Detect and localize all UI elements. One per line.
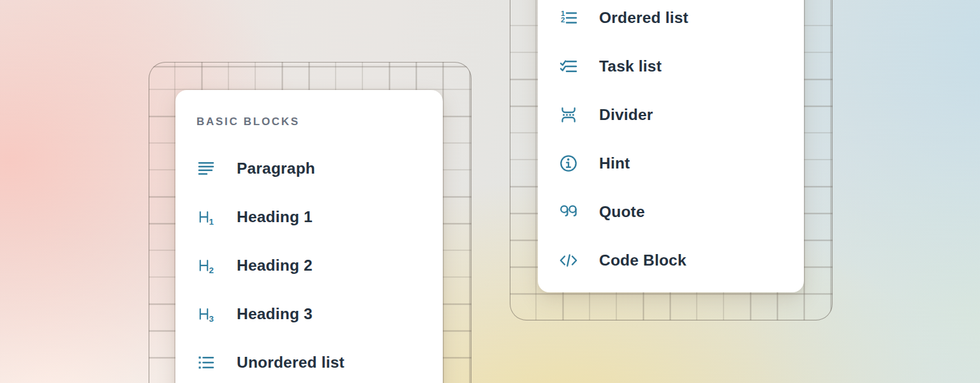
basic-blocks-list: Paragraph 1 Heading 1 2 Heading 2 [175, 144, 443, 383]
blocks-list: 1 2 Ordered list Task list [538, 0, 804, 285]
svg-text:1: 1 [209, 217, 214, 227]
paragraph-icon [196, 158, 216, 179]
menu-item-quote[interactable]: Quote [538, 188, 804, 236]
hint-icon [558, 153, 579, 174]
menu-item-unordered-list[interactable]: Unordered list [175, 338, 443, 383]
menu-item-label: Task list [599, 57, 662, 75]
svg-text:3: 3 [209, 314, 214, 324]
blocks-panel-continued: 1 2 Ordered list Task list [538, 0, 804, 292]
heading-2-icon: 2 [196, 255, 216, 276]
task-list-icon [558, 56, 579, 77]
menu-item-label: Heading 2 [237, 257, 313, 274]
menu-item-label: Ordered list [599, 9, 688, 27]
menu-item-heading-2[interactable]: 2 Heading 2 [175, 241, 443, 290]
menu-item-code-block[interactable]: Code Block [538, 236, 804, 285]
menu-item-heading-3[interactable]: 3 Heading 3 [175, 290, 443, 338]
menu-item-label: Heading 3 [237, 305, 313, 323]
menu-item-label: Unordered list [237, 354, 345, 372]
menu-item-label: Heading 1 [237, 208, 313, 226]
menu-item-label: Divider [599, 106, 653, 124]
menu-item-label: Paragraph [237, 160, 315, 177]
svg-text:2: 2 [561, 16, 565, 24]
code-block-icon [558, 250, 579, 271]
menu-item-divider[interactable]: Divider [538, 91, 804, 139]
menu-item-label: Code Block [599, 252, 687, 269]
menu-item-hint[interactable]: Hint [538, 139, 804, 188]
svg-text:2: 2 [209, 266, 214, 275]
unordered-list-icon [196, 352, 216, 373]
basic-blocks-panel: BASIC BLOCKS Paragraph 1 Heading 1 [175, 90, 443, 383]
heading-3-icon: 3 [196, 304, 216, 324]
menu-item-ordered-list[interactable]: 1 2 Ordered list [538, 0, 804, 42]
section-label: BASIC BLOCKS [197, 116, 443, 128]
menu-item-label: Quote [599, 203, 645, 221]
menu-item-paragraph[interactable]: Paragraph [175, 144, 443, 193]
ordered-list-icon: 1 2 [558, 8, 579, 28]
quote-icon [558, 202, 579, 222]
heading-1-icon: 1 [196, 207, 216, 227]
menu-item-task-list[interactable]: Task list [538, 42, 804, 91]
divider-icon [558, 105, 579, 125]
menu-item-heading-1[interactable]: 1 Heading 1 [175, 193, 443, 241]
menu-item-label: Hint [599, 154, 630, 172]
